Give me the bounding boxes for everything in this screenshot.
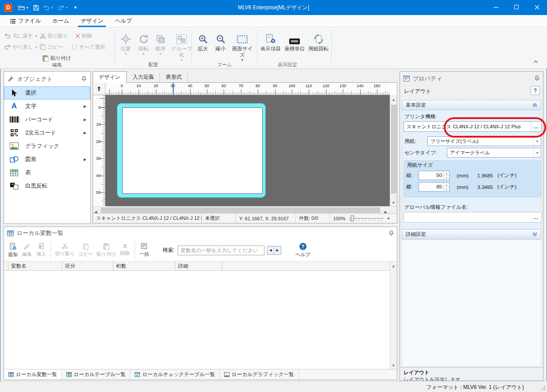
open-button[interactable]: ▼ [16,2,31,13]
tab-help[interactable]: ヘルプ [109,15,137,27]
close-button[interactable] [527,0,547,15]
printer-label: プリンタ機種: [404,113,437,120]
display-items-button[interactable]: 表示項目 [260,31,282,52]
screen-size-button[interactable]: 画面サイズ ▼ [229,31,255,62]
advanced-settings-section[interactable]: 詳細設定 [402,229,541,239]
tab-table-format[interactable]: 表形式 [160,72,188,83]
delete-button[interactable]: 削除 [75,31,92,41]
object-item-table[interactable]: 表 [4,166,90,179]
search-prev-button[interactable]: ◀ [268,246,274,254]
batch-button[interactable]: 一括 [137,240,151,261]
object-item-shape[interactable]: 図形 ▶ [4,153,90,166]
paper-select[interactable]: フリーサイズ(ラベル) ▼ [427,136,541,146]
label-media[interactable] [117,103,266,198]
redo-button[interactable]: ▼ [56,2,70,13]
scrollbar-thumb[interactable] [391,105,396,193]
slider-handle[interactable] [351,215,354,221]
printer-model-field[interactable]: スキャントロニクス CL4NX-J 12 / CL4NX-J 12 Plus .… [403,121,542,132]
order-button[interactable]: 順序 ▼ [151,31,169,56]
spin-up-icon[interactable]: ▲ [444,183,449,187]
edit-variable-button[interactable]: 編集 [20,240,34,261]
tab-local-graphics[interactable]: ローカルグラフィック一覧 [220,369,299,380]
basic-settings-section[interactable]: 基本設定 [402,100,541,110]
group-button[interactable]: グループ化 ▼ [169,31,194,62]
sensor-type-select[interactable]: アイマークラベル ▼ [447,148,541,158]
scroll-up-icon[interactable]: ▲ [390,262,397,269]
tab-home[interactable]: ホーム [47,15,75,27]
spin-down-icon[interactable]: ▼ [444,176,449,180]
object-item-text[interactable]: A 文字 ▶ [4,100,90,113]
label-canvas[interactable] [105,95,390,206]
width-label: 横: [406,184,417,190]
scroll-up-icon[interactable]: ▲ [390,96,397,102]
object-item-select[interactable]: 選択 [4,86,90,100]
column-header-digits[interactable]: 桁数 [113,261,175,270]
position-button[interactable]: 位置 ▼ [117,31,135,56]
ribbon-collapse-button[interactable] [533,60,538,63]
object-item-barcode[interactable]: バーコード ▶ [4,113,90,126]
add-variable-button[interactable]: 追加 [6,240,20,261]
height-stepper[interactable]: ▲▼ [443,171,449,180]
zoom-in-button[interactable]: 拡大 [194,31,212,52]
pin-icon[interactable] [81,76,86,82]
delete-variable-button[interactable]: 削除 [118,240,132,261]
resize-grip[interactable] [540,385,546,391]
zoom-slider[interactable] [349,215,384,222]
scrollbar-thumb[interactable] [101,208,380,213]
variables-table-body[interactable] [4,271,390,369]
column-header-detail[interactable]: 詳細 [175,261,222,270]
save-button[interactable] [31,2,41,13]
browse-button[interactable]: ... [531,122,541,131]
minimize-button[interactable] [486,0,506,15]
object-item-graphic[interactable]: グラフィック [4,139,90,153]
object-item-2dcode[interactable]: 2次元コード ▶ [4,126,90,139]
tab-file[interactable]: ファイル [4,15,47,27]
tab-local-variables[interactable]: ローカル変数一覧 [4,369,62,380]
scroll-down-icon[interactable]: ▼ [390,199,397,205]
select-all-button[interactable]: すべて選択 [72,42,105,52]
tab-local-check-tables[interactable]: ローカルチェックテーブル一覧 [130,369,220,380]
maximize-button[interactable] [506,0,527,15]
pin-icon[interactable] [535,76,539,81]
column-header-category[interactable]: 区分 [62,261,113,270]
cut-button[interactable]: 切り取り [40,31,68,41]
zoom-out-button[interactable]: 縮小 [212,31,229,52]
paste-variable-button[interactable]: 貼り付け [95,240,118,261]
tab-local-tables[interactable]: ローカルテーブル一覧 [62,369,131,380]
tab-design-view[interactable]: デザイン [93,71,127,83]
rotate-button[interactable]: 回転 ▼ [135,31,152,56]
label-printable-area[interactable] [122,108,263,194]
zoom-in-plus-button[interactable]: + [387,215,390,222]
undo-button[interactable]: ▼ [41,2,56,13]
width-input[interactable]: 85 ▲▼ [419,182,450,192]
redo-ribbon-button[interactable]: やり直し ▼ [4,42,38,52]
ruler-origin-button[interactable] [93,83,105,95]
tab-input-definition[interactable]: 入力定義 [127,72,160,83]
help-button[interactable]: ? [531,86,540,95]
vertical-scrollbar[interactable]: ▲ ▼ [390,95,397,206]
browse-button[interactable]: ... [531,212,541,222]
global-file-field[interactable]: ... [403,212,542,223]
column-header-name[interactable]: 変数名 [8,261,62,270]
horizontal-scrollbar[interactable]: ◀ ▶ [93,206,397,213]
height-input[interactable]: 50 ▲▼ [419,171,450,180]
help-toolbar-button[interactable]: ? ヘルプ [294,240,312,261]
object-item-invert[interactable]: 白黒反転 [4,179,90,192]
undo-ribbon-button[interactable]: 元に戻す ▼ [4,31,38,41]
insert-variable-button[interactable]: 挿入 [34,240,48,261]
search-input[interactable] [178,246,264,255]
scroll-down-icon[interactable]: ▼ [390,362,397,368]
tab-design[interactable]: デザイン [75,15,109,27]
pin-icon[interactable] [389,231,394,236]
customize-quick-access-button[interactable]: ▼ [70,2,80,13]
copy-variable-button[interactable]: コピー [77,240,95,261]
copy-button[interactable]: コピー [40,42,63,52]
variables-scrollbar[interactable]: ▲ ▼ [390,261,397,369]
cut-variable-button[interactable]: 切り取り [53,240,77,261]
spin-down-icon[interactable]: ▼ [444,187,449,191]
search-next-button[interactable]: ▶ [274,246,281,254]
coordinate-unit-button[interactable]: mm 座標単位 [283,31,306,52]
spin-up-icon[interactable]: ▲ [444,171,449,176]
width-stepper[interactable]: ▲▼ [443,183,449,191]
paper-rotate-button[interactable]: 用紙回転 [307,31,330,52]
